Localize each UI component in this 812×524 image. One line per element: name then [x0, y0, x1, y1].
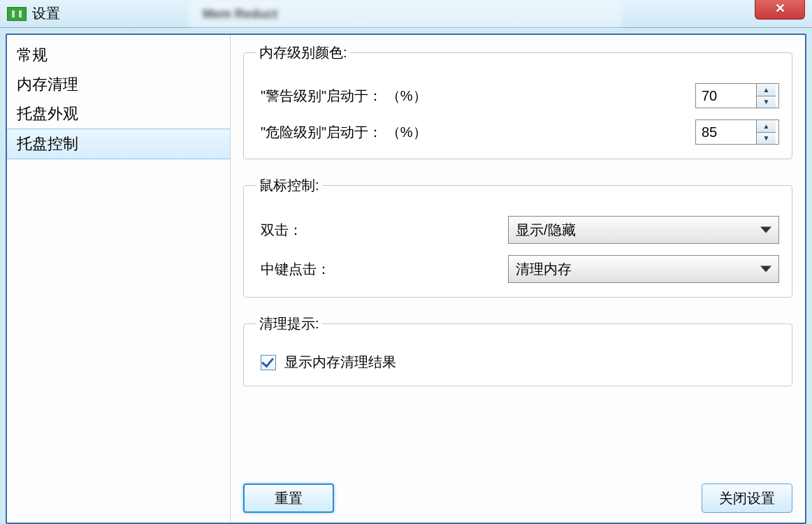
dialog-frame: 常规 内存清理 托盘外观 托盘控制 内存级别颜色: "警告级别"启动于： （%）	[6, 34, 806, 524]
button-label: 关闭设置	[719, 489, 775, 508]
background-tab: Mem Reduct	[189, 0, 622, 28]
sidebar-item-label: 托盘控制	[17, 135, 78, 152]
close-settings-button[interactable]: 关闭设置	[702, 483, 792, 513]
reset-button[interactable]: 重置	[243, 483, 334, 513]
group-legend: 鼠标控制:	[256, 176, 322, 195]
sidebar-item-general[interactable]: 常规	[7, 41, 230, 70]
spinner-down-icon[interactable]: ▼	[757, 96, 776, 108]
group-mouse-control: 鼠标控制: 双击： 显示/隐藏 中键点击： 清理内存	[243, 176, 792, 298]
group-memory-level-colors: 内存级别颜色: "警告级别"启动于： （%） ▲ ▼ "危险级别"启动于：	[243, 43, 792, 159]
sidebar-item-label: 内存清理	[17, 75, 78, 93]
spinner-up-icon[interactable]: ▲	[757, 84, 776, 96]
sidebar-item-tray-appearance[interactable]: 托盘外观	[7, 99, 230, 129]
button-label: 重置	[275, 489, 303, 508]
sidebar-item-label: 常规	[17, 46, 48, 64]
row-danger-level: "危险级别"启动于： （%） ▲ ▼	[256, 119, 779, 145]
danger-level-input[interactable]	[696, 120, 756, 144]
show-result-checkbox[interactable]	[261, 355, 276, 370]
warning-level-input[interactable]	[696, 84, 756, 108]
group-legend: 内存级别颜色:	[256, 43, 350, 62]
sidebar-item-label: 托盘外观	[17, 105, 78, 122]
close-icon: ✕	[775, 1, 785, 16]
spinner-buttons: ▲ ▼	[756, 84, 776, 108]
show-result-label: 显示内存清理结果	[284, 353, 396, 372]
footer-bar: 重置 关闭设置	[243, 483, 792, 513]
double-click-select[interactable]: 显示/隐藏	[508, 216, 779, 244]
group-legend: 清理提示:	[256, 314, 322, 333]
sidebar-item-memory-clean[interactable]: 内存清理	[7, 70, 230, 99]
select-value: 清理内存	[516, 260, 572, 279]
content-pane: 内存级别颜色: "警告级别"启动于： （%） ▲ ▼ "危险级别"启动于：	[231, 35, 805, 523]
row-double-click: 双击： 显示/隐藏	[256, 216, 779, 244]
sidebar-item-tray-control[interactable]: 托盘控制	[7, 129, 230, 159]
row-show-cleanup-result: 显示内存清理结果	[256, 353, 779, 372]
spinner-buttons: ▲ ▼	[756, 120, 776, 144]
spinner-up-icon[interactable]: ▲	[757, 120, 776, 132]
warning-level-spinner[interactable]: ▲ ▼	[695, 83, 779, 108]
row-warning-level: "警告级别"启动于： （%） ▲ ▼	[256, 83, 779, 108]
spinner-down-icon[interactable]: ▼	[757, 132, 776, 145]
window-title: 设置	[32, 4, 60, 23]
group-cleanup-hint: 清理提示: 显示内存清理结果	[243, 314, 792, 386]
middle-click-label: 中键点击：	[256, 260, 508, 279]
select-value: 显示/隐藏	[516, 221, 576, 240]
warning-level-label: "警告级别"启动于： （%）	[256, 87, 508, 105]
chevron-down-icon	[760, 227, 771, 233]
double-click-label: 双击：	[256, 221, 508, 240]
row-middle-click: 中键点击： 清理内存	[256, 255, 779, 283]
close-window-button[interactable]: ✕	[755, 0, 805, 20]
danger-level-label: "危险级别"启动于： （%）	[256, 123, 508, 142]
middle-click-select[interactable]: 清理内存	[508, 255, 779, 283]
app-icon	[7, 7, 27, 21]
chevron-down-icon	[760, 266, 771, 272]
title-bar: 设置 Mem Reduct ✕	[0, 0, 812, 28]
sidebar: 常规 内存清理 托盘外观 托盘控制	[7, 35, 231, 523]
danger-level-spinner[interactable]: ▲ ▼	[695, 119, 779, 145]
